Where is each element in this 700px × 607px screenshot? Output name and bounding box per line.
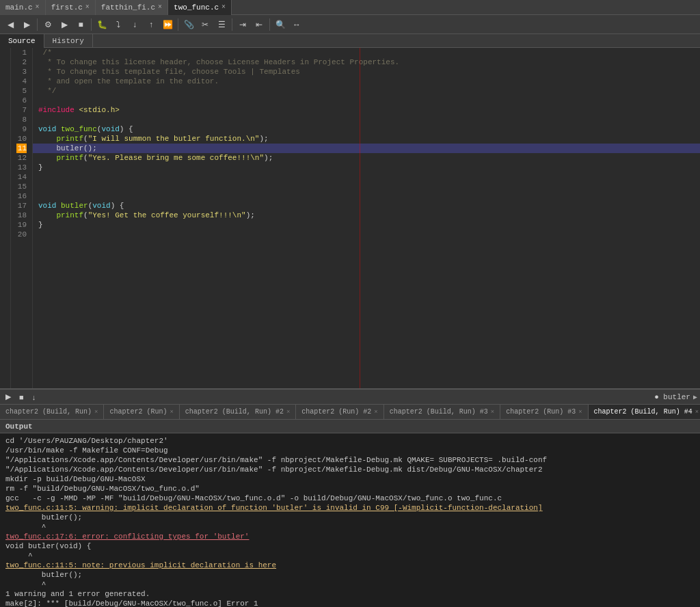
tab-bar: main.c × first.c × fatthin_fi.c × two_fu…	[0, 0, 700, 15]
toolbar-sep-4	[232, 18, 232, 31]
output-tab-6[interactable]: chapter2 (Run) #3 ×	[500, 405, 588, 420]
toolbar-find-btn[interactable]: 🔍	[273, 17, 288, 32]
editor-area: 1 2 3 4 5 6 7 8 9 10 11 12 13 14 15 16 1…	[0, 48, 700, 388]
console-line-9: ^	[5, 522, 695, 532]
line-num-18: 18	[16, 211, 27, 220]
line-num-16: 16	[16, 191, 27, 201]
toolbar-format2-btn[interactable]: ⇤	[252, 17, 267, 32]
code-line-2: * To change this license header, choose …	[33, 57, 700, 67]
toolbar-replace-btn[interactable]: ↔	[289, 17, 304, 32]
output-tab-3-close[interactable]: ×	[286, 409, 290, 416]
output-tab-6-close[interactable]: ×	[578, 409, 582, 416]
console-line-7: gcc -c -g -MMD -MP -MF "build/Debug/GNU-…	[5, 494, 695, 503]
output-tab-7-label: chapter2 (Build, Run) #4	[594, 408, 692, 416]
output-tab-3[interactable]: chapter2 (Build, Run) #2 ×	[180, 405, 296, 420]
line-num-10: 10	[16, 134, 27, 144]
bottom-panel: ▶ ■ ↓ ● butler ▶ chapter2 (Build, Run) ×…	[0, 388, 700, 607]
code-line-17: void butler(void) {	[33, 201, 700, 211]
toolbar-run-btn[interactable]: ▶	[57, 17, 72, 32]
line-num-2: 2	[16, 57, 27, 67]
toolbar-sep-3	[178, 18, 178, 31]
console-line-warning-1[interactable]: two_func.c:11:5: warning: implicit decla…	[5, 503, 695, 513]
code-editor[interactable]: /* * To change this license header, choo…	[33, 48, 700, 388]
code-line-12: printf("Yes. Please bring me some coffee…	[33, 153, 700, 163]
bottom-step-btn[interactable]: ↓	[29, 393, 39, 401]
tab-close-first[interactable]: ×	[85, 3, 90, 11]
console-line-note-1[interactable]: two_func.c:11:5: note: previous implicit…	[5, 561, 695, 570]
bottom-context-arrow[interactable]: ▶	[693, 393, 697, 401]
toolbar-attach-btn[interactable]: 📎	[181, 17, 196, 32]
bottom-play-btn[interactable]: ▶	[3, 392, 14, 401]
line-num-1: 1	[16, 48, 27, 57]
output-label-bar: Output	[0, 420, 700, 433]
toolbar-sep-1	[37, 18, 38, 31]
toolbar-forward-btn[interactable]: ▶	[19, 17, 34, 32]
code-line-18: printf("Yes! Get the coffee yourself!!!\…	[33, 211, 700, 220]
line-numbers: 1 2 3 4 5 6 7 8 9 10 11 12 13 14 15 16 1…	[11, 48, 33, 388]
toolbar-back-btn[interactable]: ◀	[3, 17, 18, 32]
output-tab-7-close[interactable]: ×	[695, 409, 699, 416]
console-line-14: 1 warning and 1 error generated.	[5, 589, 695, 599]
line-num-19: 19	[16, 220, 27, 230]
output-tab-2[interactable]: chapter2 (Run) ×	[104, 405, 179, 420]
console-line-2: /usr/bin/make -f Makefile CONF=Debug	[5, 446, 695, 455]
output-tab-5[interactable]: chapter2 (Build, Run) #3 ×	[384, 405, 500, 420]
code-line-8	[33, 115, 700, 124]
output-tab-4-label: chapter2 (Run) #2	[301, 408, 371, 416]
console-line-6: rm -f "build/Debug/GNU-MacOSX/two_func.o…	[5, 484, 695, 494]
tab-close-fatthin[interactable]: ×	[158, 3, 162, 11]
code-line-11: butler();	[33, 144, 700, 153]
output-tab-2-label: chapter2 (Run)	[109, 408, 167, 416]
toolbar-options-btn[interactable]: ☰	[214, 17, 229, 32]
toolbar-step-over-btn[interactable]: ⤵	[111, 17, 126, 32]
console-line-10: void butler(void) {	[5, 541, 695, 551]
line-num-20: 20	[16, 230, 27, 239]
console-output[interactable]: cd '/Users/PAUZANG/Desktop/chapter2' /us…	[0, 433, 700, 607]
line-num-12: 12	[16, 153, 27, 163]
output-tab-4[interactable]: chapter2 (Run) #2 ×	[296, 405, 383, 420]
tab-fatthin-c[interactable]: fatthin_fi.c ×	[96, 0, 168, 15]
tab-source[interactable]: Source	[0, 34, 44, 48]
line-num-8: 8	[16, 115, 27, 124]
tab-label: two_func.c	[174, 3, 219, 12]
console-line-3: "/Applications/Xcode.app/Contents/Develo…	[5, 455, 695, 465]
bottom-toolbar: ▶ ■ ↓ ● butler ▶	[0, 390, 700, 405]
output-tab-7[interactable]: chapter2 (Build, Run) #4 ×	[589, 405, 700, 420]
editor-gutter	[0, 48, 11, 388]
line-num-17: 17	[16, 201, 27, 211]
tab-label: main.c	[5, 3, 33, 12]
tab-two-func-c[interactable]: two_func.c ×	[168, 0, 232, 15]
line-num-9: 9	[16, 124, 27, 134]
toolbar-sep-5	[269, 18, 270, 31]
toolbar-stop-btn[interactable]: ■	[73, 17, 88, 32]
output-tab-1-close[interactable]: ×	[94, 409, 98, 416]
toolbar-debug-btn[interactable]: 🐛	[94, 17, 109, 32]
tab-main-c[interactable]: main.c ×	[0, 0, 46, 15]
output-tab-2-close[interactable]: ×	[170, 409, 173, 416]
toolbar-detach-btn[interactable]: ✂	[198, 17, 213, 32]
tab-close-main[interactable]: ×	[36, 3, 40, 11]
code-line-14	[33, 172, 700, 182]
toolbar-continue-btn[interactable]: ⏩	[160, 17, 175, 32]
tab-label: first.c	[51, 3, 83, 12]
tab-close-two-func[interactable]: ×	[221, 3, 226, 11]
tab-history[interactable]: History	[44, 34, 93, 48]
output-tab-5-close[interactable]: ×	[491, 409, 494, 416]
code-line-1: /*	[33, 48, 700, 57]
toolbar-build-btn[interactable]: ⚙	[40, 17, 55, 32]
toolbar-step-into-btn[interactable]: ↓	[127, 17, 142, 32]
toolbar-format-btn[interactable]: ⇥	[235, 17, 250, 32]
console-line-12: butler();	[5, 570, 695, 580]
output-tab-1[interactable]: chapter2 (Build, Run) ×	[0, 405, 104, 420]
console-line-1: cd '/Users/PAUZANG/Desktop/chapter2'	[5, 436, 695, 446]
output-tab-4-close[interactable]: ×	[374, 409, 377, 416]
code-line-15	[33, 182, 700, 191]
console-line-5: mkdir -p build/Debug/GNU-MacOSX	[5, 474, 695, 484]
tab-first-c[interactable]: first.c ×	[46, 0, 96, 15]
line-num-7: 7	[16, 105, 27, 115]
bottom-stop-btn[interactable]: ■	[16, 393, 27, 401]
console-line-error-1[interactable]: two_func.c:17:6: error: conflicting type…	[5, 532, 695, 541]
toolbar-step-out-btn[interactable]: ↑	[144, 17, 159, 32]
code-line-7: #include <stdio.h>	[33, 105, 700, 115]
console-line-4: "/Applications/Xcode.app/Contents/Develo…	[5, 465, 695, 474]
